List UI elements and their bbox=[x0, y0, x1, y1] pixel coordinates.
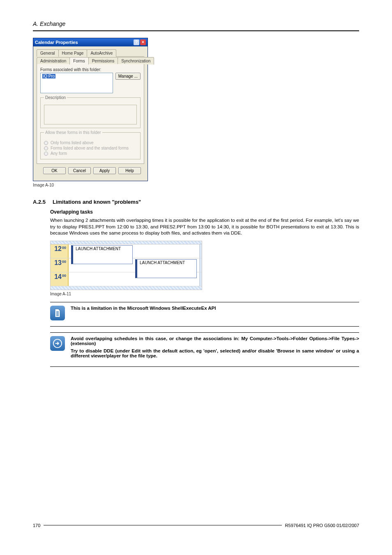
note-block-advice: Avoid overlapping schedules in this case… bbox=[50, 332, 359, 367]
note-block-limitation: This is a limitation in the Microsoft Wi… bbox=[50, 302, 359, 327]
doc-reference: R5976491 IQ PRO G500 01/02/2007 bbox=[285, 523, 359, 528]
apply-button[interactable]: Apply bbox=[93, 167, 116, 174]
tab-general[interactable]: General bbox=[37, 49, 59, 57]
cancel-button[interactable]: Cancel bbox=[68, 167, 91, 174]
time-slot-12: 1200 bbox=[51, 244, 69, 258]
help-button[interactable]: Help bbox=[118, 167, 141, 174]
section-heading: A.2.5Limitations and known "problems" bbox=[33, 199, 359, 205]
subsection-heading: Overlapping tasks bbox=[50, 209, 359, 215]
description-legend: Description bbox=[44, 95, 67, 100]
body-paragraph: When launching 2 attachments with overla… bbox=[50, 217, 359, 237]
dialog-titlebar: Calendar Properties ? × bbox=[33, 38, 148, 46]
calendar-properties-dialog: Calendar Properties ? × General Home Pag… bbox=[33, 38, 148, 181]
note-text: This is a limitation in the Microsoft Wi… bbox=[71, 306, 216, 311]
manage-button[interactable]: Manage ... bbox=[115, 73, 141, 80]
radio-label: Any form bbox=[51, 151, 67, 156]
radio-only-listed: Only forms listed above bbox=[44, 140, 137, 145]
radio-any-form: Any form bbox=[44, 151, 137, 156]
calendar-event-2[interactable]: LAUNCH ATTACHMENT bbox=[135, 259, 197, 278]
tab-synchronization[interactable]: Synchronization bbox=[118, 57, 154, 64]
tab-forms[interactable]: Forms bbox=[69, 57, 88, 64]
tab-administration[interactable]: Administration bbox=[37, 57, 70, 64]
tab-panel-forms: Forms associated with this folder: iQ Pr… bbox=[37, 64, 144, 164]
tab-permissions[interactable]: Permissions bbox=[88, 57, 118, 64]
forms-list-item[interactable]: iQ Pro bbox=[42, 74, 55, 78]
ok-button[interactable]: OK bbox=[43, 167, 66, 174]
forms-listbox[interactable]: iQ Pro bbox=[40, 73, 113, 93]
page-footer: 170 R5976491 IQ PRO G500 01/02/2007 bbox=[33, 523, 359, 528]
note-text-a: Avoid overlapping schedules in this case… bbox=[71, 336, 359, 346]
radio-label: Forms listed above and the standard form… bbox=[51, 146, 129, 150]
time-slot-14: 1400 bbox=[51, 272, 69, 286]
section-title: Limitations and known "problems" bbox=[53, 199, 141, 205]
tab-homepage[interactable]: Home Page bbox=[58, 49, 88, 57]
description-textarea[interactable] bbox=[44, 105, 137, 124]
radio-icon bbox=[44, 146, 48, 150]
page-number: 170 bbox=[33, 523, 40, 528]
document-icon bbox=[50, 306, 65, 320]
calendar-event-1[interactable]: LAUNCH ATTACHMENT bbox=[71, 245, 133, 264]
note-text-b: Try to disable DDE (under Edit with the … bbox=[71, 348, 359, 358]
page-section-header: A. Exchange bbox=[33, 21, 359, 27]
image-caption-a10: Image A-10 bbox=[33, 183, 359, 187]
description-fieldset: Description bbox=[40, 97, 141, 128]
pointing-hand-icon bbox=[50, 336, 65, 351]
radio-icon bbox=[44, 152, 48, 156]
tabs-row-1: General Home Page AutoArchive bbox=[37, 49, 144, 57]
help-icon[interactable]: ? bbox=[134, 39, 139, 45]
section-number: A.2.5 bbox=[33, 199, 53, 205]
allow-forms-legend: Allow these forms in this folder bbox=[44, 130, 102, 135]
time-slot-13: 1300 bbox=[51, 258, 69, 272]
radio-label: Only forms listed above bbox=[51, 140, 94, 145]
radio-icon bbox=[44, 141, 48, 145]
radio-listed-and-standard: Forms listed above and the standard form… bbox=[44, 146, 137, 150]
allow-forms-fieldset: Allow these forms in this folder Only fo… bbox=[40, 132, 141, 159]
dialog-title: Calendar Properties bbox=[35, 40, 78, 45]
image-caption-a11: Image A-11 bbox=[50, 292, 359, 296]
header-rule bbox=[33, 30, 359, 31]
close-icon[interactable]: × bbox=[140, 39, 146, 45]
calendar-figure: 1200 1300 1400 LAUNCH ATTACHMENT LAUNCH … bbox=[50, 241, 202, 290]
tab-autoarchive[interactable]: AutoArchive bbox=[87, 49, 116, 57]
forms-associated-label: Forms associated with this folder: bbox=[40, 67, 141, 72]
tabs-row-2: Administration Forms Permissions Synchro… bbox=[37, 57, 144, 64]
